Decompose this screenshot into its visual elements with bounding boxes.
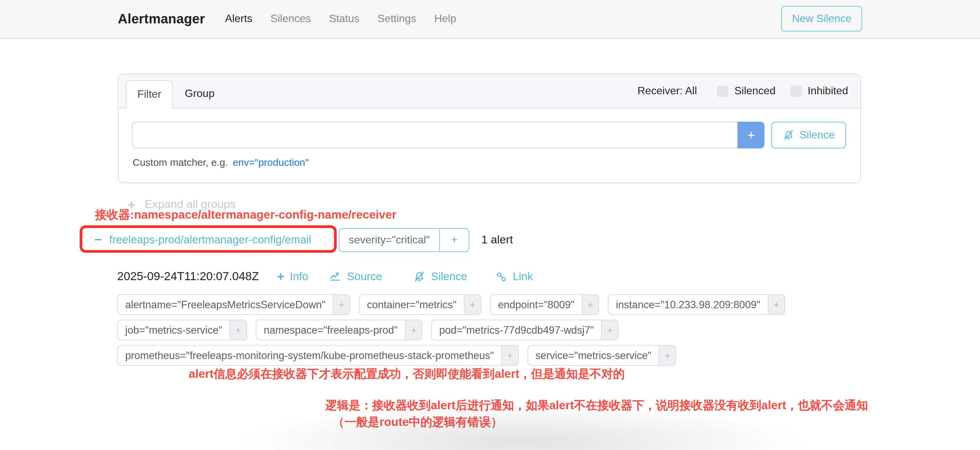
filter-panel: Filter Group Receiver: All Silenced Inhi… [118,74,861,183]
chart-line-icon [329,270,342,283]
annotation-line-1: alert信息必须在接收器下才表示配置成功，否则即使能看到alert，但是通知是… [189,366,625,382]
matcher-input[interactable] [132,122,738,149]
app-brand: Alertmanager [118,11,205,26]
label-pill-prometheus[interactable]: prometheus="freeleaps-monitoring-system/… [117,345,519,366]
label-add-filter-button[interactable]: + [659,346,675,365]
alert-meta-row: 2025-09-24T11:20:07.048Z + Info Source [117,269,533,284]
alert-source-link[interactable]: Source [329,270,382,283]
label-add-filter-button[interactable]: + [582,295,598,314]
label-pill-instance[interactable]: instance="10.233.98.209:8009" + [608,294,785,315]
label-pill-alertname[interactable]: alertname="FreeleapsMetricsServiceDown" … [117,294,350,315]
matcher-example-link[interactable]: env="production" [232,157,309,168]
inhibited-checkbox-label[interactable]: Inhibited [808,85,848,97]
alertmanager-page: Alertmanager Alerts Silences Status Sett… [0,0,980,450]
new-silence-button[interactable]: New Silence [781,6,862,32]
label-text: endpoint="8009" [491,295,582,314]
bell-slash-icon [783,129,795,141]
plus-icon: + [277,270,285,283]
top-navbar: Alertmanager Alerts Silences Status Sett… [0,0,980,39]
receiver-filter-label[interactable]: Receiver: All [637,85,697,97]
label-add-filter-button[interactable]: + [230,320,247,340]
alert-link-label: Link [513,270,533,283]
label-text: pod="metrics-77d9cdb497-wdsj7" [432,320,601,340]
label-add-filter-button[interactable]: + [601,320,618,340]
label-add-filter-button[interactable]: + [501,346,518,365]
alert-silence-link[interactable]: Silence [413,270,467,283]
nav-links: Alerts Silences Status Settings Help [225,13,456,25]
receiver-group-toggle[interactable]: – freeleaps-prod/alertmanager-config/ema… [94,229,311,250]
label-text: alertname="FreeleapsMetricsServiceDown" [118,295,333,314]
label-row: alertname="FreeleapsMetricsServiceDown" … [117,294,785,315]
label-add-filter-button[interactable]: + [333,295,349,314]
alert-info-link[interactable]: + Info [277,270,308,283]
label-text: job="metrics-service" [118,320,230,340]
label-pill-container[interactable]: container="metrics" + [359,294,481,315]
navbar-inner: Alertmanager Alerts Silences Status Sett… [118,0,862,38]
label-row: prometheus="freeleaps-monitoring-system/… [117,345,785,366]
label-text: namespace="freeleaps-prod" [256,320,405,340]
group-matcher-severity[interactable]: severity="critical" [339,228,439,252]
bell-slash-icon [413,270,425,283]
label-text: prometheus="freeleaps-monitoring-system/… [118,346,501,365]
label-pill-job[interactable]: job="metrics-service" + [117,320,247,340]
label-text: instance="10.233.98.209:8009" [608,295,767,314]
annotation-receiver-note: 接收器:namespace/altermanager-config-name/r… [95,207,397,223]
label-pill-service[interactable]: service="metrics-service" + [527,345,676,366]
link-icon [495,271,508,282]
nav-item-status[interactable]: Status [329,13,360,25]
alert-count: 1 alert [481,228,513,252]
inhibited-checkbox[interactable] [790,85,802,97]
label-pill-pod[interactable]: pod="metrics-77d9cdb497-wdsj7" + [431,320,619,340]
add-matcher-button[interactable]: + [738,122,764,149]
alert-source-label: Source [347,270,382,283]
nav-item-settings[interactable]: Settings [377,13,416,25]
annotation-line-2: 逻辑是：接收器收到alert后进行通知，如果alert不在接收器下，说明接收器没… [325,397,868,413]
label-add-filter-button[interactable]: + [464,295,480,314]
label-row: job="metrics-service" + namespace="freel… [117,320,785,340]
nav-item-alerts[interactable]: Alerts [225,13,252,25]
silenced-checkbox[interactable] [717,85,728,97]
nav-item-help[interactable]: Help [434,13,456,25]
nav-item-silences[interactable]: Silences [270,13,311,25]
filter-options: Receiver: All Silenced Inhibited [637,74,848,108]
label-add-filter-button[interactable]: + [767,295,784,314]
filter-panel-header: Filter Group Receiver: All Silenced Inhi… [118,74,860,108]
matcher-hint: Custom matcher, e.g.env="production" [132,157,309,168]
group-matcher: severity="critical" + [339,228,469,252]
tab-group[interactable]: Group [185,79,215,108]
silence-from-filter-button[interactable]: Silence [771,122,846,149]
label-add-filter-button[interactable]: + [405,320,422,340]
silence-button-label: Silence [800,129,835,141]
annotation-line-3: （一般是route中的逻辑有错误） [333,414,503,430]
minus-icon: – [94,232,102,245]
alert-info-label: Info [290,270,308,283]
alert-silence-label: Silence [431,270,467,283]
receiver-group-name: freeleaps-prod/alertmanager-config/email [109,233,311,246]
alert-timestamp: 2025-09-24T11:20:07.048Z [117,269,259,284]
label-text: service="metrics-service" [528,346,659,365]
group-matcher-add-button[interactable]: + [439,228,469,252]
matcher-hint-text: Custom matcher, e.g. [132,157,228,168]
alert-labels: alertname="FreeleapsMetricsServiceDown" … [117,294,785,366]
label-pill-endpoint[interactable]: endpoint="8009" + [490,294,599,315]
tab-filter[interactable]: Filter [126,80,173,108]
alert-permalink[interactable]: Link [495,270,533,283]
label-pill-namespace[interactable]: namespace="freeleaps-prod" + [256,320,422,340]
label-text: container="metrics" [360,295,464,314]
silenced-checkbox-label[interactable]: Silenced [734,85,775,97]
